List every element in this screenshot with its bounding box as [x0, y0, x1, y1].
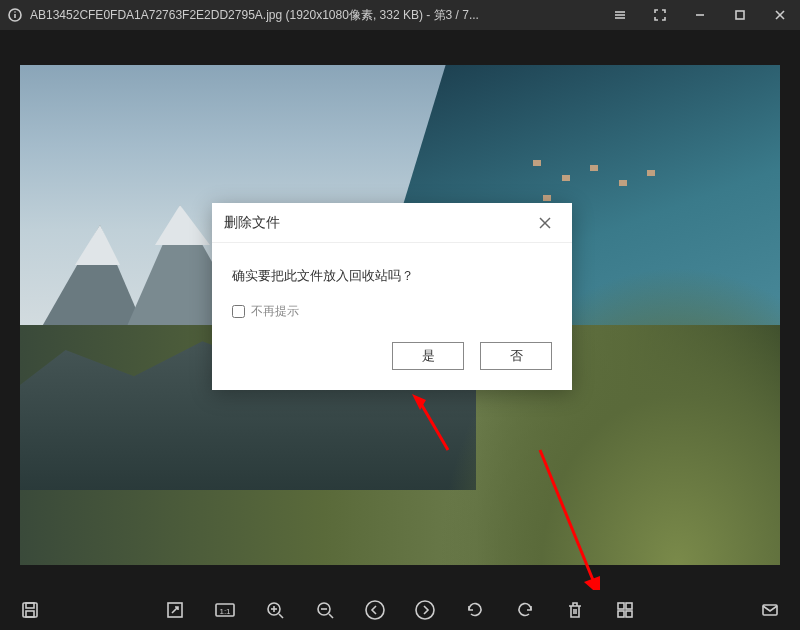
svg-rect-7: [736, 11, 744, 19]
minimize-button[interactable]: [680, 0, 720, 30]
dialog-message: 确实要把此文件放入回收站吗？: [232, 267, 552, 285]
svg-rect-20: [26, 611, 34, 617]
prev-button[interactable]: [363, 598, 387, 622]
svg-rect-37: [763, 605, 777, 615]
toolbar: 1:1: [0, 590, 800, 630]
fullscreen-tool-button[interactable]: [163, 598, 187, 622]
yes-button[interactable]: 是: [392, 342, 464, 370]
window-title: AB13452CFE0FDA1A72763F2E2DD2795A.jpg (19…: [30, 7, 600, 24]
dont-ask-checkbox-input[interactable]: [232, 305, 245, 318]
info-icon: [0, 8, 30, 22]
svg-rect-34: [626, 603, 632, 609]
rotate-ccw-button[interactable]: [463, 598, 487, 622]
next-button[interactable]: [413, 598, 437, 622]
dont-ask-checkbox[interactable]: 不再提示: [232, 303, 552, 320]
svg-point-32: [416, 601, 434, 619]
window-controls: [600, 0, 800, 30]
titlebar: AB13452CFE0FDA1A72763F2E2DD2795A.jpg (19…: [0, 0, 800, 30]
zoom-in-button[interactable]: [263, 598, 287, 622]
delete-dialog: 删除文件 确实要把此文件放入回收站吗？ 不再提示 是 否: [212, 203, 572, 390]
svg-text:1:1: 1:1: [219, 607, 231, 616]
dialog-close-button[interactable]: [530, 208, 560, 238]
dialog-header: 删除文件: [212, 203, 572, 243]
fullscreen-button[interactable]: [640, 0, 680, 30]
svg-rect-35: [618, 611, 624, 617]
close-button[interactable]: [760, 0, 800, 30]
dialog-footer: 是 否: [212, 332, 572, 390]
svg-rect-18: [23, 603, 37, 617]
maximize-button[interactable]: [720, 0, 760, 30]
grid-button[interactable]: [613, 598, 637, 622]
save-button[interactable]: [18, 598, 42, 622]
mail-button[interactable]: [758, 598, 782, 622]
svg-rect-36: [626, 611, 632, 617]
menu-button[interactable]: [600, 0, 640, 30]
zoom-out-button[interactable]: [313, 598, 337, 622]
svg-line-25: [279, 614, 283, 618]
svg-rect-19: [26, 603, 34, 608]
rotate-cw-button[interactable]: [513, 598, 537, 622]
svg-rect-33: [618, 603, 624, 609]
dialog-body: 确实要把此文件放入回收站吗？ 不再提示: [212, 243, 572, 332]
no-button[interactable]: 否: [480, 342, 552, 370]
svg-point-31: [366, 601, 384, 619]
delete-button[interactable]: [563, 598, 587, 622]
actual-size-button[interactable]: 1:1: [213, 598, 237, 622]
dialog-title: 删除文件: [224, 214, 530, 232]
svg-line-29: [329, 614, 333, 618]
dont-ask-label: 不再提示: [251, 303, 299, 320]
svg-point-2: [14, 11, 16, 13]
